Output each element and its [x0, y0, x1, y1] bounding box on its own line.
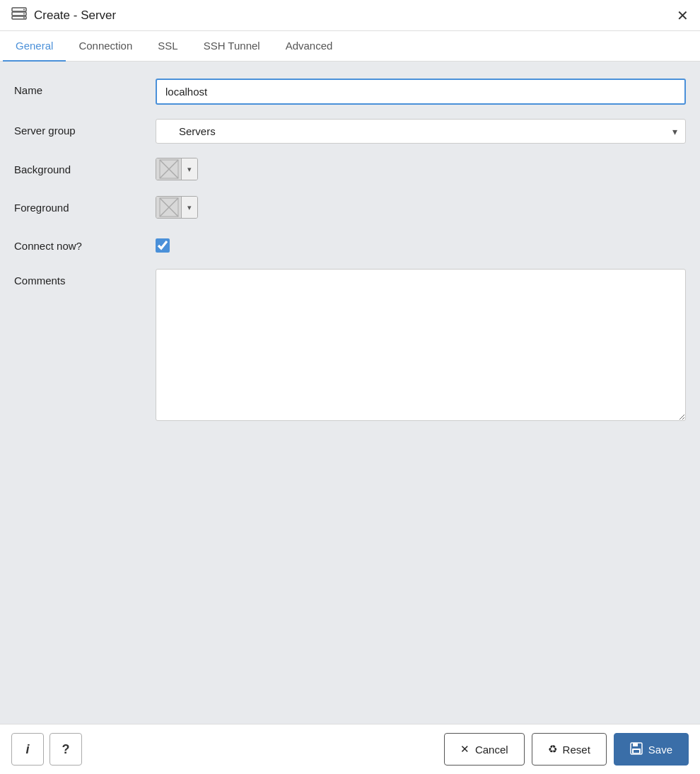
server-group-label: Server group: [14, 119, 156, 137]
tab-ssl[interactable]: SSL: [145, 31, 190, 62]
tab-advanced[interactable]: Advanced: [273, 31, 346, 62]
svg-point-4: [23, 13, 25, 15]
comments-control: [156, 269, 686, 423]
title-bar: Create - Server ✕: [0, 0, 700, 31]
foreground-control: ▾: [156, 196, 686, 220]
connect-now-checkbox[interactable]: [156, 238, 170, 253]
help-button[interactable]: ?: [49, 733, 82, 766]
foreground-dropdown-arrow: ▾: [182, 197, 197, 218]
tab-connection[interactable]: Connection: [66, 31, 145, 62]
name-input[interactable]: [156, 79, 686, 105]
svg-point-3: [23, 9, 25, 11]
connect-now-control: [156, 234, 686, 255]
cancel-icon: ✕: [460, 743, 469, 756]
save-icon: [630, 742, 643, 757]
dialog-title: Create - Server: [34, 8, 116, 23]
name-row: Name: [14, 79, 686, 105]
info-button[interactable]: i: [11, 733, 44, 766]
info-icon: i: [25, 742, 29, 757]
name-label: Name: [14, 79, 156, 96]
reset-icon: ♻: [548, 743, 557, 756]
cancel-label: Cancel: [475, 744, 508, 756]
server-group-select[interactable]: Servers: [156, 119, 686, 144]
svg-point-5: [23, 17, 25, 18]
main-content: Name Server group Servers: [0, 62, 700, 724]
footer-right: ✕ Cancel ♻ Reset Save: [444, 733, 689, 766]
foreground-label: Foreground: [14, 196, 156, 214]
title-bar-left: Create - Server: [11, 7, 116, 23]
foreground-color-swatch: [156, 197, 182, 218]
server-group-select-wrapper: Servers: [156, 119, 686, 144]
comments-label: Comments: [14, 269, 156, 287]
tab-general[interactable]: General: [3, 31, 66, 62]
tab-bar: General Connection SSL SSH Tunnel Advanc…: [0, 31, 700, 62]
close-button[interactable]: ✕: [677, 8, 689, 23]
save-button[interactable]: Save: [614, 733, 689, 766]
server-group-control: Servers: [156, 119, 686, 144]
name-control: [156, 79, 686, 105]
server-group-row: Server group Servers: [14, 119, 686, 144]
svg-rect-16: [633, 743, 638, 746]
comments-row: Comments: [14, 269, 686, 423]
reset-button[interactable]: ♻ Reset: [532, 733, 607, 766]
cancel-button[interactable]: ✕ Cancel: [444, 733, 525, 766]
save-label: Save: [648, 744, 672, 756]
tab-ssh-tunnel[interactable]: SSH Tunnel: [191, 31, 273, 62]
background-color-swatch: [156, 158, 182, 180]
help-icon: ?: [62, 742, 70, 757]
server-icon: [11, 7, 27, 23]
comments-textarea[interactable]: [156, 269, 686, 421]
background-dropdown-arrow: ▾: [182, 158, 197, 180]
svg-rect-18: [634, 750, 639, 753]
foreground-color-button[interactable]: ▾: [156, 196, 198, 219]
footer: i ? ✕ Cancel ♻ Reset Save: [0, 724, 700, 774]
background-color-button[interactable]: ▾: [156, 158, 198, 180]
background-control: ▾: [156, 158, 686, 182]
footer-left: i ?: [11, 733, 82, 766]
connect-now-label: Connect now?: [14, 234, 156, 252]
background-label: Background: [14, 158, 156, 175]
foreground-row: Foreground ▾: [14, 196, 686, 220]
connect-now-row: Connect now?: [14, 234, 686, 255]
background-row: Background ▾: [14, 158, 686, 182]
reset-label: Reset: [563, 744, 590, 756]
